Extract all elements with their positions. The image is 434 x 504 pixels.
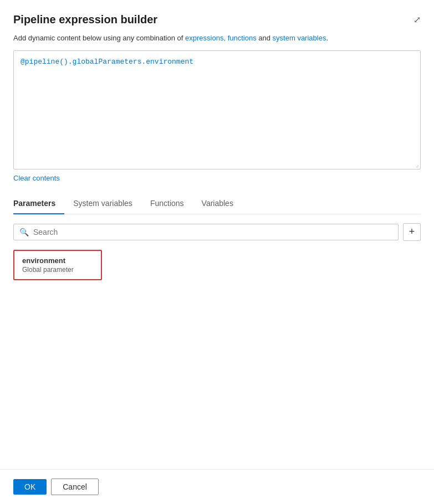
description-text: Add dynamic content below using any comb… [13, 33, 421, 44]
clear-contents-link[interactable]: Clear contents [13, 174, 421, 182]
description-prefix: Add dynamic content below using any comb… [13, 34, 185, 42]
search-input[interactable] [33, 228, 392, 236]
param-type: Global parameter [22, 266, 93, 274]
code-editor[interactable]: @pipeline().globalParameters.environment [14, 51, 420, 167]
functions-link[interactable]: functions [228, 34, 257, 42]
tabs-container: Parameters System variables Functions Va… [13, 193, 421, 214]
parameters-list: environment Global parameter [13, 250, 421, 280]
dialog-header: Pipeline expression builder ⤢ [13, 13, 421, 26]
ok-button[interactable]: OK [13, 479, 47, 495]
add-button[interactable]: + [403, 223, 421, 241]
param-name: environment [22, 256, 93, 265]
expressions-link[interactable]: expressions, [185, 34, 226, 42]
tab-system-variables[interactable]: System variables [64, 193, 141, 214]
footer: OK Cancel [0, 469, 434, 504]
dialog-title: Pipeline expression builder [13, 13, 157, 26]
list-item[interactable]: environment Global parameter [13, 250, 102, 280]
tab-parameters[interactable]: Parameters [13, 193, 64, 214]
expand-icon[interactable]: ⤢ [413, 14, 421, 25]
tab-variables[interactable]: Variables [193, 193, 242, 214]
cancel-button[interactable]: Cancel [51, 479, 99, 495]
tab-functions[interactable]: Functions [141, 193, 193, 214]
search-icon: 🔍 [19, 228, 29, 236]
code-editor-wrapper: @pipeline().globalParameters.environment… [13, 50, 421, 169]
system-variables-link[interactable]: system variables [273, 34, 326, 42]
resize-handle[interactable]: ⌟ [416, 161, 419, 168]
search-row: 🔍 + [13, 223, 421, 241]
search-box: 🔍 [13, 224, 399, 240]
